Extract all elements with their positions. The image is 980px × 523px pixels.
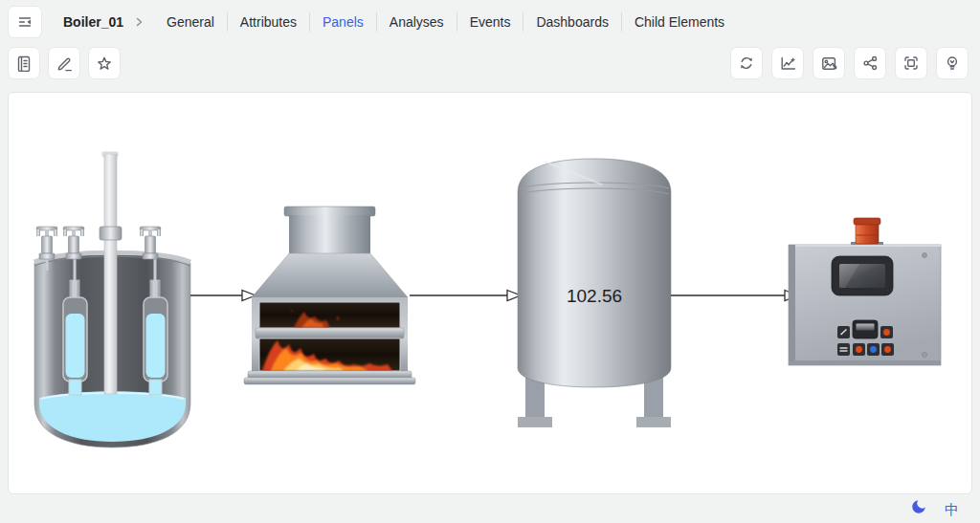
edit-button[interactable] <box>48 47 80 79</box>
app-root: Boiler_01 General Attributes Panels Anal… <box>0 0 980 523</box>
tab-analyses[interactable]: Analyses <box>376 12 457 32</box>
status-bar: 中 <box>0 494 980 523</box>
toolbar-right <box>730 47 969 79</box>
furnace-graphic[interactable] <box>244 207 415 384</box>
lightbulb-button[interactable] <box>936 47 969 79</box>
star-icon <box>96 54 113 72</box>
lightbulb-icon <box>944 54 961 72</box>
share-icon <box>861 54 879 72</box>
panel-display <box>832 256 893 295</box>
fullscreen-button[interactable] <box>895 47 927 79</box>
tab-events[interactable]: Events <box>457 12 523 32</box>
favorite-button[interactable] <box>88 47 121 79</box>
tab-general[interactable]: General <box>154 12 227 32</box>
language-toggle[interactable]: 中 <box>945 502 959 516</box>
sidebar-collapse-icon <box>16 13 33 31</box>
flow-arrow-1 <box>190 291 256 301</box>
breadcrumb: Boiler_01 General Attributes Panels Anal… <box>50 6 980 38</box>
export-image-button[interactable] <box>813 47 845 79</box>
chevron-right-icon <box>133 16 145 28</box>
tab-bar: General Attributes Panels Analyses Event… <box>154 6 737 38</box>
reactor-tank-graphic[interactable] <box>34 152 190 447</box>
share-button[interactable] <box>854 47 886 79</box>
trend-chart-icon <box>779 54 796 72</box>
flow-arrow-2 <box>410 291 521 301</box>
refresh-icon <box>738 54 755 72</box>
tab-attributes[interactable]: Attributes <box>227 12 309 32</box>
tab-child-elements[interactable]: Child Elements <box>621 12 737 32</box>
fullscreen-icon <box>902 54 920 72</box>
logbook-button[interactable] <box>8 47 40 79</box>
breadcrumb-root[interactable]: Boiler_01 <box>63 14 123 30</box>
tab-panels[interactable]: Panels <box>309 12 376 32</box>
trend-chart-button[interactable] <box>771 47 804 79</box>
moon-icon <box>910 498 927 519</box>
control-panel-graphic[interactable] <box>789 218 941 365</box>
refresh-button[interactable] <box>730 47 763 79</box>
boiler-value-label: 102.56 <box>567 286 622 306</box>
logbook-icon <box>15 54 33 72</box>
boiler-vessel-graphic[interactable]: 102.56 <box>518 159 671 427</box>
toolbar-left <box>8 47 121 79</box>
panel-canvas[interactable]: 102.56 <box>8 92 972 494</box>
beacon-light <box>851 218 883 247</box>
dark-mode-toggle[interactable] <box>910 498 927 519</box>
flow-arrow-3 <box>671 291 798 301</box>
image-export-icon <box>820 54 837 72</box>
sidebar-toggle-button[interactable] <box>8 6 42 38</box>
pencil-icon <box>56 54 73 72</box>
tab-dashboards[interactable]: Dashboards <box>523 12 621 32</box>
